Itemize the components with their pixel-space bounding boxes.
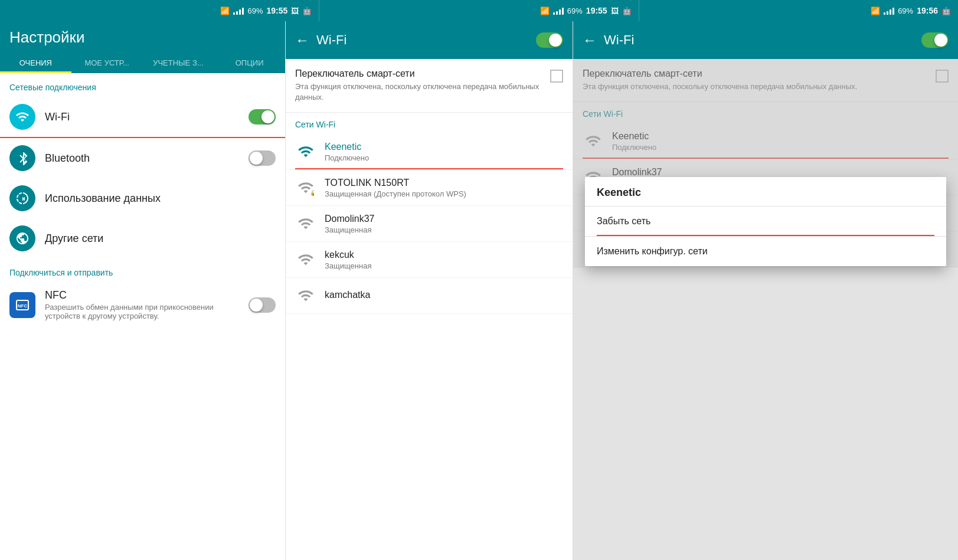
screenshot-icon-2: 🖼	[611, 6, 619, 15]
network-domolink-2[interactable]: Domolink37 Защищенная	[286, 206, 573, 242]
android-icon-1: 🤖	[302, 6, 312, 15]
svg-text:NFC: NFC	[18, 303, 28, 309]
dialog-overlay[interactable]	[573, 59, 958, 560]
tab-accounts[interactable]: УЧЕТНЫЕ З...	[143, 53, 214, 73]
wifi-signal-icon-keenetic-2	[297, 143, 314, 160]
bluetooth-icon	[17, 151, 28, 165]
network-name-totolink-2: TOTOLINK N150RT	[325, 178, 563, 188]
network-totolink-2[interactable]: 🔒 TOTOLINK N150RT Защищенная (Доступен п…	[286, 170, 573, 206]
modify-network-option[interactable]: Изменить конфигур. сети	[585, 237, 946, 266]
network-kamchatka-2[interactable]: kamchatka	[286, 278, 573, 314]
wifi-status-icon-3: 📶	[871, 6, 880, 15]
network-kekcuk-2[interactable]: kekcuk Защищенная	[286, 242, 573, 278]
wifi-body-with-overlay: Переключатель смарт-сети Эта функция отк…	[573, 59, 958, 560]
network-info-kamchatka-2: kamchatka	[325, 290, 563, 302]
nfc-icon-circle: NFC	[9, 292, 35, 318]
nfc-text: NFC Разрешить обмен данными при прикосно…	[45, 289, 239, 320]
wifi-toggle[interactable]	[249, 109, 276, 125]
status-bar-2: 📶 69% 19:55 🖼 🤖	[319, 0, 638, 21]
time-1: 19:55	[267, 6, 288, 15]
wifi-status-icon-1: 📶	[220, 6, 230, 15]
screenshot-icon-1: 🖼	[291, 6, 299, 15]
dialog-title: Keenetic	[585, 177, 946, 207]
android-icon-2: 🤖	[622, 6, 632, 15]
status-bar-1: 📶 69% 19:55 🖼 🤖	[0, 0, 319, 21]
settings-tabs: ОЧЕНИЯ МОЕ УСТР... УЧЕТНЫЕ З... ОПЦИИ	[0, 53, 285, 73]
wifi-header-3: ← Wi-Fi	[573, 21, 958, 59]
wifi-panel-title-3: Wi-Fi	[604, 32, 914, 48]
wifi-item[interactable]: Wi-Fi	[0, 97, 285, 138]
bluetooth-toggle[interactable]	[249, 150, 276, 166]
bluetooth-label: Bluetooth	[45, 152, 239, 165]
wifi-panel-title: Wi-Fi	[316, 32, 529, 48]
wifi-header-toggle-3[interactable]	[921, 32, 949, 48]
wifi-signal-icon-domolink-2	[297, 215, 314, 232]
other-networks-icon-circle	[9, 225, 35, 251]
wifi-signal-icon-kekcuk-2	[297, 251, 314, 268]
battery-2: 69%	[567, 6, 583, 15]
nfc-icon: NFC	[14, 297, 31, 313]
wifi-header-toggle[interactable]	[536, 32, 563, 48]
network-name-keenetic-2: Keenetic	[325, 142, 563, 152]
time-2: 19:55	[586, 6, 607, 15]
wifi-signal-kamchatka-2	[295, 285, 316, 306]
nfc-toggle[interactable]	[249, 297, 276, 313]
time-3: 19:56	[917, 6, 938, 15]
bluetooth-icon-circle	[9, 145, 35, 171]
status-bar-3: 📶 69% 19:56 🤖	[639, 0, 958, 21]
data-usage-icon-circle	[9, 185, 35, 211]
network-name-domolink-2: Domolink37	[325, 214, 563, 224]
settings-header: Настройки	[0, 21, 285, 53]
tab-options[interactable]: ОПЦИИ	[214, 53, 285, 73]
other-networks-item[interactable]: Другие сети	[0, 218, 285, 258]
network-info-domolink-2: Domolink37 Защищенная	[325, 214, 563, 234]
smart-network-checkbox-2[interactable]	[550, 70, 563, 83]
network-status-domolink-2: Защищенная	[325, 225, 563, 234]
smart-network-desc-2: Эта функция отключена, поскольку отключе…	[295, 81, 545, 103]
nfc-item[interactable]: NFC NFC Разрешить обмен данными при прик…	[0, 282, 285, 328]
svg-text:🔒: 🔒	[310, 189, 314, 196]
wifi-icon	[15, 110, 30, 124]
wifi-signal-icon-totolink-2: 🔒	[297, 179, 314, 196]
settings-body: Сетевые подключения Wi-Fi	[0, 73, 285, 560]
android-icon-3: 🤖	[941, 6, 951, 15]
network-info-kekcuk-2: kekcuk Защищенная	[325, 250, 563, 270]
wifi-toggle-thumb	[261, 110, 274, 123]
tab-connections[interactable]: ОЧЕНИЯ	[0, 53, 71, 73]
settings-title: Настройки	[9, 28, 276, 47]
wifi-label: Wi-Fi	[45, 111, 239, 123]
network-info-keenetic-2: Keenetic Подключено	[325, 142, 563, 162]
network-info-totolink-2: TOTOLINK N150RT Защищенная (Доступен про…	[325, 178, 563, 198]
tab-my-device[interactable]: МОЕ УСТР...	[71, 53, 143, 73]
wifi-signal-keenetic-2	[295, 141, 316, 162]
signal-icon-2	[553, 6, 564, 15]
network-keenetic-2[interactable]: Keenetic Подключено	[286, 134, 573, 170]
nfc-label: NFC	[45, 289, 239, 302]
battery-1: 69%	[247, 6, 263, 15]
smart-network-section-2: Переключатель смарт-сети Эта функция отк…	[286, 59, 573, 113]
network-status-totolink-2: Защищенная (Доступен протокол WPS)	[325, 189, 563, 198]
back-button-3[interactable]: ←	[583, 32, 597, 48]
wifi-icon-circle	[9, 104, 35, 130]
data-usage-label: Использование данных	[45, 192, 276, 205]
main-content: Настройки ОЧЕНИЯ МОЕ УСТР... УЧЕТНЫЕ З..…	[0, 21, 958, 560]
signal-icon-3	[884, 6, 894, 15]
signal-icon-1	[233, 6, 244, 15]
settings-panel: Настройки ОЧЕНИЯ МОЕ УСТР... УЧЕТНЫЕ З..…	[0, 21, 286, 560]
smart-network-title-2: Переключатель смарт-сети	[295, 68, 545, 79]
back-button-2[interactable]: ←	[295, 32, 309, 48]
wifi-header: ← Wi-Fi	[286, 21, 573, 59]
other-networks-label: Другие сети	[45, 232, 276, 245]
context-menu-dialog: Keenetic Забыть сеть Изменить конфигур. …	[585, 177, 946, 266]
network-name-kamchatka-2: kamchatka	[325, 290, 563, 300]
status-bar: 📶 69% 19:55 🖼 🤖 📶 69% 19:55 🖼 🤖 📶	[0, 0, 958, 21]
battery-3: 69%	[898, 6, 913, 15]
wifi-signal-icon-kamchatka-2	[297, 287, 314, 304]
wifi-header-toggle-thumb-3	[934, 34, 947, 47]
data-usage-item[interactable]: Использование данных	[0, 178, 285, 218]
forget-network-option[interactable]: Забыть сеть	[585, 207, 946, 237]
wifi-header-toggle-container-3	[921, 32, 949, 48]
bluetooth-toggle-thumb	[250, 152, 263, 165]
bluetooth-item[interactable]: Bluetooth	[0, 138, 285, 178]
network-name-kekcuk-2: kekcuk	[325, 250, 563, 260]
